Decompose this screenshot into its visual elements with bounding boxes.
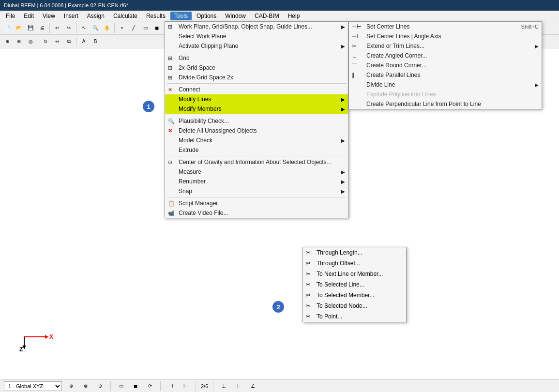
status-btn-7[interactable]: ⊣ [166, 381, 176, 392]
extendtrim-arrow: ▶ [535, 44, 539, 49]
menu-window[interactable]: Window [221, 12, 250, 20]
tb-surface[interactable]: ▭ [140, 23, 151, 33]
parallellines-icon: ∥ [352, 72, 355, 78]
status-btn-5[interactable]: ◼ [130, 381, 141, 392]
menu-file[interactable]: File [2, 12, 19, 20]
tb-redo[interactable]: ↪ [63, 23, 74, 33]
ml-setcenterlines[interactable]: ⊣⊢ Set Center Lines Shift+C [349, 22, 542, 31]
modifymembers-arrow: ▶ [341, 106, 345, 112]
tb2-a[interactable]: A [78, 36, 89, 47]
ml-parallellines[interactable]: ∥ Create Parallel Lines [349, 70, 542, 80]
tools-menu-renumber[interactable]: Renumber ▶ [165, 177, 348, 186]
tb2-b[interactable]: B [90, 36, 101, 47]
sep-3 [167, 115, 346, 115]
tools-menu-modelcheck[interactable]: Model Check ▶ [165, 136, 348, 145]
tb-zoom[interactable]: 🔍 [90, 23, 101, 33]
renumber-arrow: ▶ [341, 179, 345, 184]
tools-menu-modifylines[interactable]: Modify Lines ▶ [165, 94, 348, 104]
tools-menu-selectworkplane[interactable]: Select Work Plane [165, 31, 348, 41]
tools-dropdown-menu: ⊞ Work Plane, Grid/Snap, Object Snap, Gu… [165, 21, 348, 218]
status-btn-2[interactable]: ⊗ [80, 381, 91, 392]
status-btn-3[interactable]: ⊙ [95, 381, 106, 392]
tools-menu-videofile[interactable]: 📹 Create Video File... [165, 208, 348, 218]
tools-menu-plausibility[interactable]: 🔍 Plausibility Check... [165, 116, 348, 126]
tools-menu-snap[interactable]: Snap ▶ [165, 186, 348, 196]
modify-lines-submenu: ⊣⊢ Set Center Lines Shift+C ⊣⊢ Set Cente… [348, 21, 542, 109]
status-axis-btn[interactable]: ⊦ [233, 381, 243, 392]
ml-angledcorner[interactable]: ∟ Create Angled Corner... [349, 51, 542, 60]
tb-new[interactable]: 📄 [2, 23, 13, 33]
ml-extendtrim[interactable]: ✂ Extend or Trim Lines... ▶ [349, 41, 542, 51]
dl-toselectedmember[interactable]: ✂ To Selected Member... [303, 290, 406, 301]
tb-solid[interactable]: ◼ [151, 23, 162, 33]
menu-cadbim[interactable]: CAD-BIM [251, 12, 283, 20]
marker-1-label: 1 [147, 103, 150, 110]
menu-assign[interactable]: Assign [83, 12, 108, 20]
marker-2-label: 2 [276, 303, 280, 311]
tools-menu-dividegrid[interactable]: ⊞ Divide Grid Space 2x [165, 73, 348, 82]
tools-menu-extrude[interactable]: Extrude [165, 145, 348, 155]
menu-insert[interactable]: Insert [60, 12, 82, 20]
tb2-2[interactable]: ⊗ [14, 36, 24, 47]
status-view-dropdown[interactable]: 1 - Global XYZ [4, 381, 62, 391]
dl-throughoffset[interactable]: ✂ Through Offset... [303, 258, 406, 269]
status-btn-6[interactable]: ⟳ [145, 381, 155, 392]
status-bar: 1 - Global XYZ ⊕ ⊗ ⊙ ▭ ◼ ⟳ ⊣ ⊢ 2/6 ⊥ ⊦ ∠ [0, 379, 559, 392]
tb2-rotate[interactable]: ↻ [40, 36, 51, 47]
tb-print[interactable]: 🖨 [37, 23, 47, 33]
svg-text:Z: Z [19, 346, 23, 353]
centerofgravity-icon: ⊙ [168, 159, 172, 166]
tools-menu-deleteunassigned[interactable]: ✕ Delete All Unassigned Objects [165, 126, 348, 136]
tb-undo[interactable]: ↩ [52, 23, 62, 33]
svg-marker-1 [45, 335, 48, 339]
sep2 [76, 23, 76, 33]
ml-roundcorner[interactable]: ⌒ Create Round Corner... [349, 60, 542, 70]
sep4 [38, 37, 38, 46]
ml-setcenterlinesangle[interactable]: ⊣⊢ Set Center Lines | Angle Axis [349, 31, 542, 41]
tb2-copy[interactable]: ⧉ [63, 36, 74, 47]
status-btn-4[interactable]: ▭ [116, 381, 126, 392]
dl-tonextline[interactable]: ✂ To Next Line or Member... [303, 269, 406, 279]
menu-calculate[interactable]: Calculate [109, 12, 141, 20]
ml-perpendicular[interactable]: Create Perpendicular Line from Point to … [349, 99, 542, 109]
dl-toselectedline[interactable]: ✂ To Selected Line... [303, 279, 406, 290]
status-snap-btn[interactable]: ⊥ [218, 381, 229, 392]
tools-menu-scriptmanager[interactable]: 📋 Script Manager [165, 198, 348, 208]
tools-menu-grid[interactable]: ⊞ Grid [165, 53, 348, 63]
tb-select[interactable]: ↖ [78, 23, 89, 33]
status-btn-8[interactable]: ⊢ [180, 381, 191, 392]
ml-explode: Explode Polyline into Lines [349, 90, 542, 99]
menu-help[interactable]: Help [284, 12, 304, 20]
tools-menu-connect[interactable]: ✕ Connect [165, 85, 348, 94]
dl-toselectednode[interactable]: ✂ To Selected Node... [303, 301, 406, 311]
tb-save[interactable]: 💾 [25, 23, 36, 33]
menu-tools[interactable]: Tools [170, 12, 192, 20]
tb-line[interactable]: ╱ [128, 23, 139, 33]
tools-menu-clipping[interactable]: Activate Clipping Plane ▶ [165, 41, 348, 51]
dl-throughlength[interactable]: ✂ Through Length... [303, 247, 406, 258]
tb2-1[interactable]: ⊕ [2, 36, 13, 47]
tb-open[interactable]: 📂 [14, 23, 24, 33]
tb2-mirror[interactable]: ⇔ [52, 36, 62, 47]
tb-node[interactable]: • [117, 23, 127, 33]
divide-line-submenu: ✂ Through Length... ✂ Through Offset... … [302, 247, 407, 322]
menu-options[interactable]: Options [193, 12, 220, 20]
tb-pan[interactable]: ✋ [102, 23, 112, 33]
tools-menu-centerofgravity[interactable]: ⊙ Center of Gravity and Information Abou… [165, 157, 348, 167]
menu-view[interactable]: View [39, 12, 59, 20]
status-angle-btn[interactable]: ∠ [247, 381, 258, 392]
tools-menu-measure[interactable]: Measure ▶ [165, 167, 348, 177]
ml-divideline[interactable]: Divide Line ▶ [349, 80, 542, 90]
tools-menu-workplane[interactable]: ⊞ Work Plane, Grid/Snap, Object Snap, Gu… [165, 22, 348, 31]
menu-edit[interactable]: Edit [20, 12, 38, 20]
menu-results[interactable]: Results [142, 12, 169, 20]
tb2-3[interactable]: ◎ [25, 36, 36, 47]
dl-topoint[interactable]: ✂ To Point... [303, 311, 406, 322]
marker-1: 1 [143, 101, 154, 112]
tools-menu-grid2x[interactable]: ⊞ 2x Grid Space [165, 63, 348, 73]
clipping-arrow: ▶ [341, 44, 345, 49]
menu-bar: File Edit View Insert Assign Calculate R… [0, 11, 559, 21]
sep1 [49, 23, 50, 33]
status-btn-1[interactable]: ⊕ [66, 381, 76, 392]
tools-menu-modifymembers[interactable]: Modify Members ▶ [165, 104, 348, 114]
